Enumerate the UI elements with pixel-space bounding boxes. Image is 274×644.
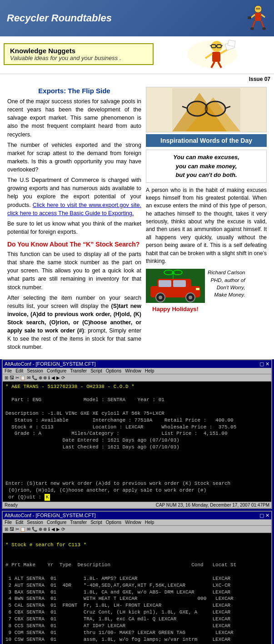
car-icon	[146, 269, 205, 303]
svg-rect-1	[255, 13, 261, 21]
terminal1-screen[interactable]: * A&E TRANS - 5132762338 - OH2338 - C.O.…	[3, 382, 271, 480]
svg-line-5	[252, 21, 255, 28]
right-column-image	[146, 87, 267, 132]
terminal2-row8: 9 COM SENTRA 01 thru 11/00- MAKE? LEXCAR…	[5, 630, 234, 635]
top-section: Knowledge Nuggets Valuable ideas for you…	[0, 36, 274, 74]
right-column: Inspirational Words of the Day You can m…	[146, 87, 267, 354]
terminal1-status-right: CAP NUM 23, 16 Monday, December 17, 2007…	[156, 503, 269, 508]
k-stock-para2: After selecting the item number on your …	[7, 294, 141, 352]
cartoon-figure-icon	[233, 5, 267, 32]
terminal2-row9: 10 CSW SENTRA 01 assm, 1.8L, w/o fog lam…	[5, 637, 230, 642]
terminal2-row7: 8 CCS SENTRA 01 AT ID#? LEXCAR LEXCAR	[5, 623, 230, 629]
terminal1-statusbar: Ready CAP NUM 23, 16 Monday, December 17…	[3, 502, 271, 508]
svg-point-33	[206, 102, 224, 115]
exports-para1: One of the major success stories for sal…	[7, 97, 141, 139]
terminal2-row4: 5 CAL SENTRA 01 FRONT Fr, 1.8L, LH- FRON…	[5, 603, 230, 608]
terminal2-row6: 7 CBX SENTRA 01 TRA, 1.8L, exc CA mdl- Q…	[5, 616, 230, 622]
menu-script[interactable]: Script	[90, 368, 102, 373]
newsletter-content: Issue 07 Exports: The Flip Side One of t…	[0, 74, 274, 357]
terminal1-toolbar: ⊞ 🖫 ✂ 📋 ✉ 📞 ⊕ ⊗ ℹ ◀ ▶ ⟳	[3, 374, 271, 382]
svg-point-47	[172, 272, 174, 274]
glasses-art-icon	[172, 88, 240, 131]
menu-transfer[interactable]: Transfer	[70, 368, 87, 373]
svg-rect-17	[212, 52, 220, 62]
menu2-options[interactable]: Options	[106, 520, 121, 525]
exports-para2: The number of vehicles exported and the …	[7, 141, 141, 174]
car-caption: Happy Holidays!	[146, 306, 205, 312]
svg-line-16	[221, 45, 223, 46]
knowledge-subtitle: Valuable ideas for you and your business…	[10, 55, 147, 61]
author-text: Richard Carlson PHD, author of Don't Wor…	[208, 269, 245, 298]
terminal2-controls: ▢ ✕	[259, 513, 269, 518]
inspirational-title: Inspirational Words of the Day	[149, 137, 263, 144]
knowledge-nuggets-box: Knowledge Nuggets Valuable ideas for you…	[0, 40, 150, 68]
k-stock-para1: This function can be used to display all…	[7, 250, 141, 292]
page-header: Recycler Roundtables	[0, 0, 274, 36]
svg-line-6	[261, 21, 264, 28]
left-column: Exports: The Flip Side One of the major …	[7, 87, 141, 354]
menu-options[interactable]: Options	[106, 368, 121, 373]
car-image-box: Happy Holidays!	[146, 269, 205, 312]
menu-configure[interactable]: Configure	[47, 368, 66, 373]
menu2-transfer[interactable]: Transfer	[70, 520, 87, 525]
terminal2-row0: 1 ALT SENTRA 01 1.8L- AMPS? LEXCAR LEXCA…	[5, 576, 230, 581]
terminal2-header: * Stock # search for C113 *	[5, 542, 86, 548]
terminal1-enter-line: Enter: (S)tart new work order (A)dd to p…	[3, 479, 271, 502]
terminal2-row3: 4 BWN SENTRA 01 WITH HEAT T LEXCAR 000 L…	[5, 596, 234, 601]
svg-rect-38	[173, 280, 186, 287]
menu2-session[interactable]: Session	[27, 520, 43, 525]
k-stock-title: Do You Know About The “K” Stock Search?	[7, 241, 141, 248]
svg-rect-43	[196, 288, 199, 290]
header-figure	[233, 5, 267, 32]
menu-help[interactable]: Help	[145, 368, 154, 373]
terminal2-row1: 2 AUT SENTRA 01 4DR *-4DR,SED,AT,GRAY,HI…	[5, 583, 230, 588]
issue-label: Issue 07	[249, 76, 270, 82]
two-column-layout: Exports: The Flip Side One of the major …	[4, 83, 270, 356]
quote-text: You can make excuses, you can make money…	[173, 154, 239, 178]
top-image-area	[150, 36, 274, 72]
svg-line-3	[261, 15, 265, 17]
svg-point-32	[188, 102, 206, 115]
menu-edit[interactable]: Edit	[15, 368, 23, 373]
svg-rect-4	[248, 16, 251, 19]
terminal2-toolbar: ⊞ 🖫 ✂ 📋 ✉ 📞 ⊕ ⊗ ℹ ◀ ▶ ⟳	[3, 526, 271, 533]
svg-rect-21	[228, 40, 235, 46]
terminal1-titlebar: AltAutoConf - [FOREIGN_SYSTEM.CFT] ▢ ✕	[3, 360, 271, 368]
knowledge-title: Knowledge Nuggets	[10, 47, 147, 55]
menu2-script[interactable]: Script	[90, 520, 102, 525]
terminal1-input[interactable]: K	[45, 494, 50, 501]
svg-point-42	[189, 296, 192, 299]
basic-guide-link[interactable]: click here to access The Basic Guide to …	[7, 210, 134, 216]
terminal1-header: * A&E TRANS - 5132762338 - OH2338 - C.O.…	[5, 384, 135, 389]
car-section: Happy Holidays! Richard Carlson PHD, aut…	[146, 269, 267, 312]
terminal2-columns: # Prt Make Yr Type Description Cond Loca…	[5, 562, 236, 568]
svg-point-7	[250, 27, 254, 30]
menu2-file[interactable]: File	[5, 520, 12, 525]
menu2-help[interactable]: Help	[145, 520, 154, 525]
svg-point-41	[159, 296, 162, 299]
page-title: Recycler Roundtables	[7, 12, 112, 24]
menu2-configure[interactable]: Configure	[47, 520, 66, 525]
exports-para4: Be sure to let us know what you think of…	[7, 220, 141, 236]
terminal2-row5: 6 CBX SENTRA 01 Cruz Cont, (LH kick pnl)…	[5, 609, 230, 615]
terminal2-menu[interactable]: File Edit Session Configure Transfer Scr…	[3, 519, 271, 526]
menu2-window[interactable]: Window	[125, 520, 141, 525]
terminal1-status-ready: Ready	[5, 503, 18, 508]
terminal1-controls: ▢ ✕	[259, 361, 269, 367]
menu-window[interactable]: Window	[125, 368, 141, 373]
terminal2-screen[interactable]: * Stock # search for C113 * # Prt Make Y…	[3, 533, 271, 644]
svg-point-8	[262, 27, 266, 30]
menu2-edit[interactable]: Edit	[15, 520, 23, 525]
exports-title: Exports: The Flip Side	[7, 87, 141, 95]
inspirational-header-box: Inspirational Words of the Day	[146, 134, 267, 147]
terminal-window-1: AltAutoConf - [FOREIGN_SYSTEM.CFT] ▢ ✕ F…	[2, 359, 272, 509]
inspirational-body: A person who is in the habit of making e…	[146, 186, 267, 266]
svg-line-15	[210, 45, 211, 46]
svg-rect-9	[256, 8, 260, 10]
top-banner-icon	[185, 38, 239, 70]
terminal2-row2: 3 BAX SENTRA 01 1.8L, CA and GXE, w/o AB…	[5, 589, 230, 595]
export-gov-link[interactable]: Click here to visit the www.export.gov s…	[33, 202, 141, 208]
terminal1-menu[interactable]: File Edit Session Configure Transfer Scr…	[3, 368, 271, 374]
menu-session[interactable]: Session	[27, 368, 43, 373]
menu-file[interactable]: File	[5, 368, 12, 373]
